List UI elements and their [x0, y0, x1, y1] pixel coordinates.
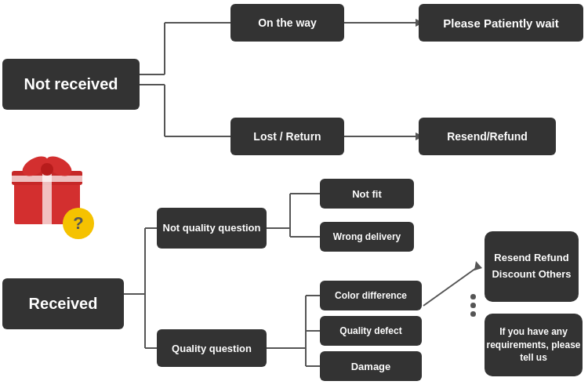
svg-marker-28: [474, 261, 482, 270]
resend-options-node: Resend Refund Discount Others: [485, 231, 579, 302]
received-node: Received: [2, 278, 124, 329]
please-wait-node: Please Patiently wait: [419, 4, 583, 42]
lost-return-node: Lost / Return: [230, 118, 344, 155]
question-badge: ?: [63, 208, 94, 239]
damage-node: Damage: [320, 351, 422, 381]
svg-point-35: [41, 163, 53, 176]
quality-question-node: Quality question: [157, 329, 267, 367]
not-quality-node: Not quality question: [157, 208, 267, 249]
if-requirements-node: If you have any requirements, please tel…: [485, 314, 583, 376]
wrong-delivery-node: Wrong delivery: [320, 222, 414, 252]
not-fit-node: Not fit: [320, 179, 414, 209]
not-received-node: Not received: [2, 59, 140, 110]
svg-rect-32: [12, 176, 82, 182]
ellipsis-dots: [470, 294, 476, 317]
resend-refund-top-node: Resend/Refund: [419, 118, 556, 155]
color-difference-node: Color difference: [320, 281, 422, 310]
on-the-way-node: On the way: [230, 4, 344, 42]
quality-defect-node: Quality defect: [320, 316, 422, 346]
